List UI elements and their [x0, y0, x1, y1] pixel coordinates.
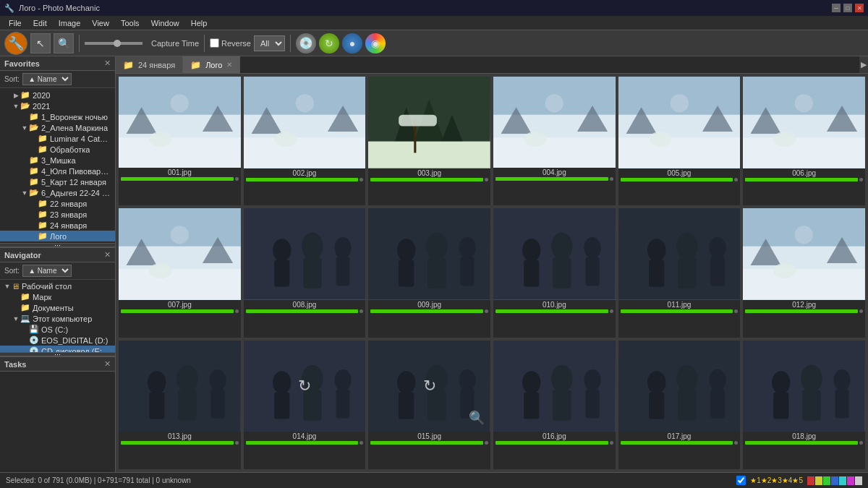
tree-item-2020[interactable]: ▶ 📁 2020: [0, 90, 115, 100]
tab-logo[interactable]: 📁 Лого ✕: [183, 56, 240, 73]
photo-bar-005jpg: [621, 178, 733, 181]
tree-item-voronezh[interactable]: 📁 1_Воронеж ночью: [0, 111, 115, 122]
favorites-sort-select[interactable]: ▲ Name: [22, 73, 72, 85]
photo-cell-001jpg[interactable]: 001.jpg: [119, 77, 241, 205]
expand-desktop[interactable]: ▼: [3, 282, 12, 291]
expand-voronezh[interactable]: [20, 113, 29, 121]
tree-item-kart[interactable]: 📁 5_Карт 12 января: [0, 176, 115, 187]
tree-item-luminar[interactable]: 📁 Luminar 4 Catalog (1): [0, 133, 115, 144]
tree-item-2021[interactable]: ▼ 📂 2021: [0, 100, 115, 111]
photo-dot-011jpg: [734, 309, 738, 313]
photo-cell-015jpg[interactable]: ↻🔍015.jpg: [368, 341, 490, 469]
photo-cell-005jpg[interactable]: 005.jpg: [618, 77, 741, 205]
nav-item-docs[interactable]: 📁 Документы: [0, 302, 115, 313]
photo-cell-004jpg[interactable]: 004.jpg: [493, 77, 616, 205]
slider-thumb[interactable]: [114, 40, 121, 47]
expand-alena[interactable]: ▼: [20, 124, 29, 132]
expand-luminar[interactable]: [29, 134, 38, 143]
navigator-close[interactable]: ✕: [104, 250, 111, 260]
favorites-sort: Sort: ▲ Name: [0, 71, 115, 88]
photo-cell-006jpg[interactable]: 006.jpg: [743, 77, 865, 205]
tab-24jan-icon: 📁: [123, 60, 134, 70]
photo-cell-012jpg[interactable]: 012.jpg: [743, 208, 865, 337]
photo-dot-005jpg: [734, 178, 738, 181]
menu-file[interactable]: File: [3, 16, 27, 30]
reverse-checkbox[interactable]: Reverse: [210, 38, 251, 48]
toolbar-sep2: [204, 35, 205, 52]
photo-dot-017jpg: [734, 441, 738, 445]
tree-item-adygea[interactable]: ▼ 📂 6_Адыгея 22-24 января: [0, 187, 115, 198]
navigator-sort-select[interactable]: ▲ Name: [22, 265, 72, 277]
tab-24jan[interactable]: 📁 24 января: [116, 56, 183, 73]
status-checkbox[interactable]: [736, 476, 746, 485]
photo-cell-008jpg[interactable]: 008.jpg: [244, 208, 366, 337]
toolbar-search[interactable]: 🔍: [54, 33, 74, 53]
expand-obrabotka[interactable]: [29, 145, 38, 154]
desktop-icon: 🖥: [12, 282, 20, 291]
navigator-title: Navigator: [4, 251, 41, 260]
photo-cell-014jpg[interactable]: ↻014.jpg: [244, 341, 366, 469]
photo-cell-016jpg[interactable]: 016.jpg: [493, 341, 616, 469]
tab-logo-label: Лого: [205, 61, 222, 69]
menu-image[interactable]: Image: [53, 16, 87, 30]
photo-cell-007jpg[interactable]: 007.jpg: [119, 208, 241, 337]
tree-item-mishka[interactable]: 📁 3_Мишка: [0, 155, 115, 166]
minimize-button[interactable]: ─: [832, 4, 841, 12]
tasks-close[interactable]: ✕: [104, 359, 111, 369]
photo-label-016jpg: 016.jpg: [493, 432, 616, 441]
navigator-tree[interactable]: ▼ 🖥 Рабочий стол 📁 Марк 📁 Документы: [0, 280, 115, 352]
toolbar-cursor[interactable]: ↖: [30, 33, 51, 53]
photo-cell-018jpg[interactable]: 018.jpg: [743, 341, 865, 469]
nav-item-computer[interactable]: ▼ 💻 Этот компьютер: [0, 313, 115, 324]
photo-cell-002jpg[interactable]: 002.jpg: [244, 77, 366, 205]
nav-item-d[interactable]: 💿 EOS_DIGITAL (D:): [0, 335, 115, 346]
maximize-button[interactable]: □: [843, 4, 852, 12]
expand-2021[interactable]: ▼: [12, 102, 20, 111]
computer-icon: 💻: [20, 314, 30, 323]
svg-rect-18: [368, 142, 490, 168]
toolbar-main-icon[interactable]: 🔧: [4, 32, 27, 55]
tree-item-yulia[interactable]: 📁 4_Юля Пивоварова: [0, 166, 115, 176]
ingest-icon[interactable]: 💿: [296, 33, 316, 53]
tree-item-23jan[interactable]: 📁 23 января: [0, 209, 115, 220]
photo-cell-003jpg[interactable]: 003.jpg: [368, 77, 490, 205]
favorites-close[interactable]: ✕: [104, 59, 111, 68]
tree-item-24jan[interactable]: 📁 24 января: [0, 220, 115, 231]
blue-icon[interactable]: ●: [342, 33, 362, 53]
menu-tools[interactable]: Tools: [115, 16, 145, 30]
tree-item-obrabotka[interactable]: 📁 Обработка: [0, 144, 115, 155]
photo-bar-001jpg: [121, 177, 234, 181]
menu-help[interactable]: Help: [185, 16, 213, 30]
photo-cell-009jpg[interactable]: 009.jpg: [368, 208, 490, 337]
photo-label-005jpg: 005.jpg: [618, 168, 741, 178]
tree-item-logo[interactable]: 📁 Лого: [0, 231, 115, 241]
reverse-checkbox-input[interactable]: [210, 38, 219, 48]
expand-computer[interactable]: ▼: [12, 314, 20, 323]
menu-window[interactable]: Window: [145, 16, 185, 30]
photo-cell-010jpg[interactable]: 010.jpg: [493, 208, 616, 337]
svg-point-50: [273, 239, 291, 262]
photo-cell-017jpg[interactable]: 017.jpg: [618, 341, 741, 469]
nav-item-desktop[interactable]: ▼ 🖥 Рабочий стол: [0, 281, 115, 291]
menu-view[interactable]: View: [86, 16, 115, 30]
expand-2020[interactable]: ▶: [12, 91, 20, 100]
favorites-panel: Favorites ✕ Sort: ▲ Name ▶ 📁 2020: [0, 56, 115, 243]
capture-label: Capture Time: [151, 39, 199, 48]
zoom-icon-015jpg[interactable]: 🔍: [469, 410, 485, 426]
expand-adygea[interactable]: ▼: [20, 189, 29, 197]
tree-item-alena[interactable]: ▼ 📂 2_Алена Маркина: [0, 122, 115, 133]
slider-track[interactable]: [85, 42, 142, 45]
title-bar-title: 🔧 Лого - Photo Mechanic: [4, 4, 100, 13]
nav-item-mark[interactable]: 📁 Марк: [0, 291, 115, 302]
color-icon[interactable]: ◉: [365, 33, 386, 53]
nav-item-c[interactable]: 💾 OS (C:): [0, 324, 115, 335]
menu-edit[interactable]: Edit: [27, 16, 53, 30]
photo-cell-011jpg[interactable]: 011.jpg: [618, 208, 741, 337]
favorites-tree[interactable]: ▶ 📁 2020 ▼ 📂 2021 📁 1_Воронеж: [0, 88, 115, 243]
photo-cell-013jpg[interactable]: 013.jpg: [119, 341, 241, 469]
tab-logo-close[interactable]: ✕: [226, 61, 232, 69]
green-icon[interactable]: ↻: [319, 33, 339, 53]
all-select[interactable]: All: [254, 35, 285, 51]
tree-item-22jan[interactable]: 📁 22 января: [0, 198, 115, 209]
folder-icon-mark: 📁: [20, 292, 30, 301]
